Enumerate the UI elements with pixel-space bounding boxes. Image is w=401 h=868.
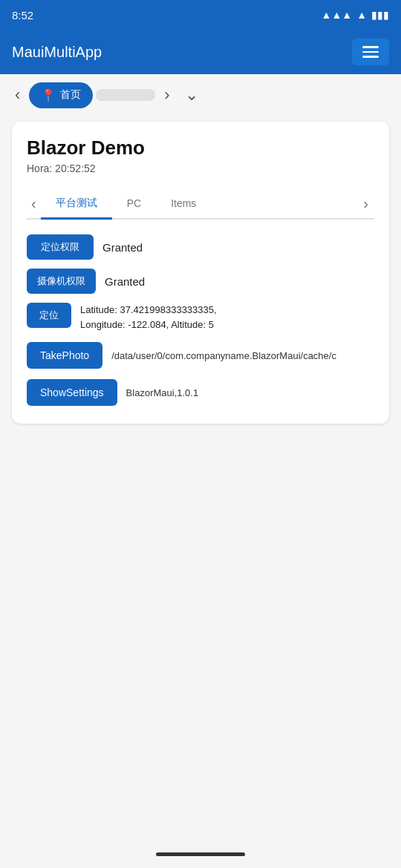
tab-pc[interactable]: PC <box>112 190 156 219</box>
wifi-icon: ▲▲▲ <box>322 9 353 21</box>
bottom-nav-indicator <box>156 852 245 856</box>
status-bar: 8:52 ▲▲▲ ▲ ▮▮▮ <box>0 0 401 30</box>
menu-line-2 <box>362 51 379 53</box>
tab-back-arrow[interactable]: ‹ <box>9 82 26 108</box>
home-tab[interactable]: 📍 首页 <box>29 82 93 108</box>
menu-line-1 <box>362 46 379 48</box>
blank-tab[interactable] <box>96 89 155 101</box>
app-bar: MauiMultiApp <box>0 30 401 74</box>
app-title: MauiMultiApp <box>12 44 102 61</box>
take-photo-path: /data/user/0/com.companyname.BlazorMaui/… <box>111 350 336 361</box>
location-row: 定位 Latitude: 37.421998333333335, Longitu… <box>27 303 374 332</box>
camera-permission-status: Granted <box>105 275 145 288</box>
home-tab-icon: 📍 <box>41 88 56 102</box>
permission-row-location: 定位权限 Granted <box>27 234 374 260</box>
status-time: 8:52 <box>12 9 33 22</box>
location-permission-status: Granted <box>102 241 143 254</box>
permission-row-camera: 摄像机权限 Granted <box>27 269 374 294</box>
status-bar-right: ▲▲▲ ▲ ▮▮▮ <box>322 9 389 21</box>
inner-tabs: ‹ 平台测试 PC Items › <box>27 189 374 220</box>
home-tab-label: 首页 <box>60 88 81 102</box>
show-settings-value: BlazorMaui,1.0.1 <box>126 387 199 398</box>
location-details: Longitude: -122.084, Altitude: 5 <box>80 319 214 330</box>
page-title: Blazor Demo <box>27 137 374 160</box>
location-badge: 定位 <box>27 303 71 328</box>
tab-items[interactable]: Items <box>156 190 211 219</box>
location-permission-badge: 定位权限 <box>27 234 94 260</box>
tab-more-arrow[interactable]: ⌄ <box>179 82 204 108</box>
top-tab-nav: ‹ 📍 首页 › ⌄ <box>0 74 401 116</box>
tab-forward-arrow[interactable]: › <box>158 82 175 108</box>
inner-tab-back-arrow[interactable]: ‹ <box>27 192 41 215</box>
show-settings-row: ShowSettings BlazorMaui,1.0.1 <box>27 379 374 406</box>
inner-tab-more-arrow[interactable]: › <box>357 192 374 215</box>
status-bar-left: 8:52 <box>12 9 33 22</box>
signal-icon: ▲ <box>356 9 367 21</box>
location-text: Latitude: 37.421998333333335, Longitude:… <box>80 303 217 332</box>
battery-icon: ▮▮▮ <box>371 9 389 21</box>
take-photo-row: TakePhoto /data/user/0/com.companyname.B… <box>27 342 374 369</box>
tab-platform-test[interactable]: 平台测试 <box>41 189 112 220</box>
latitude-text: Latitude: 37.421998333333335, <box>80 304 217 315</box>
camera-permission-badge: 摄像机权限 <box>27 269 96 294</box>
show-settings-button[interactable]: ShowSettings <box>27 379 117 406</box>
menu-line-3 <box>362 56 379 58</box>
content-card: Blazor Demo Hora: 20:52:52 ‹ 平台测试 PC Ite… <box>12 122 389 424</box>
page-subtitle: Hora: 20:52:52 <box>27 162 374 174</box>
take-photo-button[interactable]: TakePhoto <box>27 342 102 369</box>
menu-button[interactable] <box>352 39 389 65</box>
